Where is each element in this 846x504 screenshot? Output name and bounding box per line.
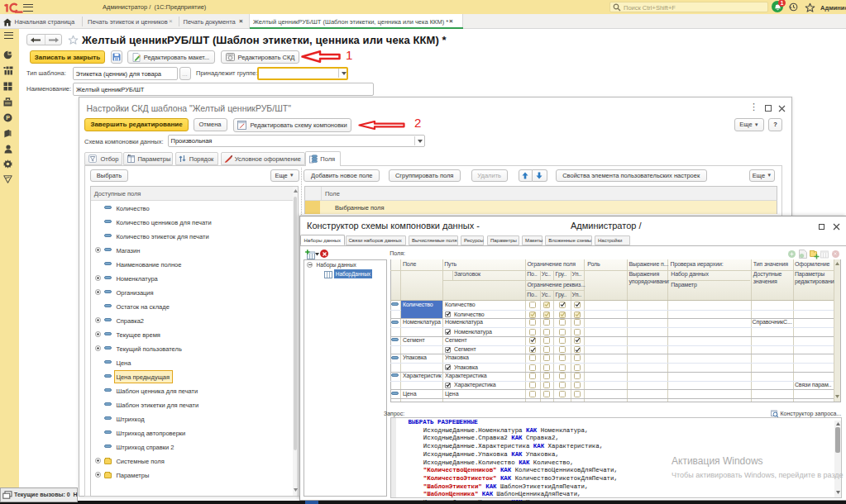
svg-text:P: P bbox=[6, 115, 10, 121]
